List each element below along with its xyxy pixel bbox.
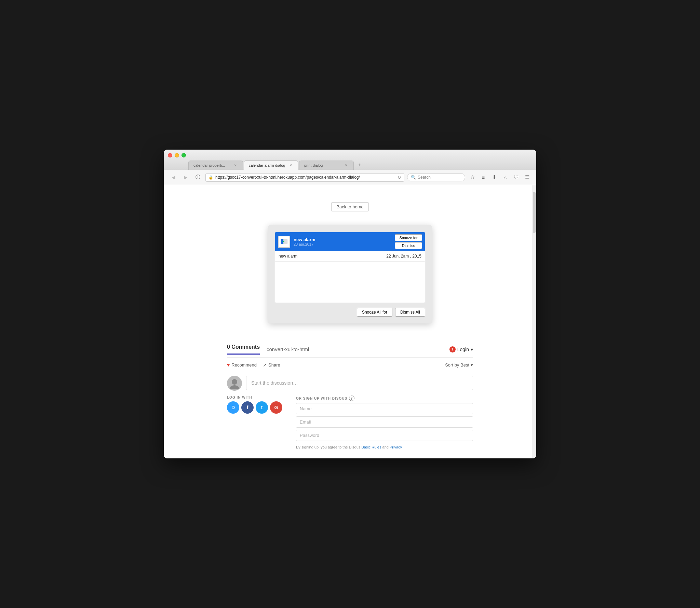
search-placeholder: Search <box>418 175 431 180</box>
recommend-label: Recommend <box>231 362 257 368</box>
tab-label: calendar-alarm-dialog <box>249 163 285 167</box>
terms-text: By signing up, you agree to the Disqus B… <box>296 445 473 449</box>
alarm-dialog: new alarm 23 apr,2017 Snooze for Dismiss… <box>268 225 432 323</box>
comments-count: 0 Comments <box>227 344 260 355</box>
nav-icons: ☆ ≡ ⬇ ⌂ 🛡 ☰ <box>468 173 531 182</box>
svg-point-3 <box>232 379 237 385</box>
share-icon: ↗ <box>263 362 267 368</box>
tabs-row: calendar-properti... ✕ calendar-alarm-di… <box>188 160 532 170</box>
social-icons: D f t G <box>227 401 282 414</box>
name-input[interactable] <box>296 403 473 414</box>
twitter-login-button[interactable]: t <box>256 401 268 414</box>
scrollbar[interactable] <box>532 185 536 458</box>
snooze-button[interactable]: Snooze for <box>395 234 422 241</box>
tab-close-icon[interactable]: ✕ <box>288 163 293 168</box>
email-input[interactable] <box>296 416 473 428</box>
alarm-datetime: 22 Jun, 2am , 2015 <box>386 254 421 259</box>
discussion-input[interactable]: Start the discussion… <box>246 376 473 390</box>
title-bar: calendar-properti... ✕ calendar-alarm-di… <box>164 150 536 170</box>
comments-toolbar: ♥ Recommend ↗ Share Sort by Best ▾ <box>227 362 473 370</box>
home-icon[interactable]: ⌂ <box>501 173 510 182</box>
star-icon[interactable]: ☆ <box>468 173 477 182</box>
content-area: Back to home new alarm 23 apr,2017 <box>164 185 536 458</box>
comments-header: 0 Comments convert-xul-to-html 1 Login ▾ <box>227 344 473 358</box>
sort-chevron-icon: ▾ <box>471 362 473 368</box>
download-icon[interactable]: ⬇ <box>490 173 499 182</box>
facebook-login-button[interactable]: f <box>241 401 254 414</box>
tab-close-icon[interactable]: ✕ <box>233 163 238 168</box>
traffic-lights <box>168 153 532 157</box>
google-login-button[interactable]: G <box>270 401 282 414</box>
avatar <box>227 376 242 391</box>
address-bar[interactable]: 🔒 https://gsoc17-convert-xul-to-html.her… <box>205 173 404 182</box>
dialog-footer: Snooze All for Dismiss All <box>275 308 425 317</box>
sign-up-label-text: OR SIGN UP WITH DISQUS <box>296 397 347 400</box>
snooze-all-button[interactable]: Snooze All for <box>357 308 392 317</box>
privacy-link[interactable]: Privacy <box>390 445 402 449</box>
tab-calendar-properties[interactable]: calendar-properti... ✕ <box>188 161 243 170</box>
tab-close-icon[interactable]: ✕ <box>344 163 349 168</box>
alarm-list: new alarm 23 apr,2017 Snooze for Dismiss… <box>275 232 425 303</box>
dismiss-button[interactable]: Dismiss <box>395 242 422 249</box>
basic-rules-link[interactable]: Basic Rules <box>361 445 381 449</box>
forward-button[interactable]: ▶ <box>181 172 190 182</box>
sign-up-section: OR SIGN UP WITH DISQUS ? By signing up, … <box>296 396 473 449</box>
back-button[interactable]: ◀ <box>169 172 178 182</box>
share-button[interactable]: ↗ Share <box>263 362 280 368</box>
login-badge: 1 <box>449 346 456 353</box>
sort-button[interactable]: Sort by Best ▾ <box>445 362 473 368</box>
new-tab-button[interactable]: + <box>354 160 364 170</box>
minimize-button[interactable] <box>175 153 179 157</box>
tab-label: print-dialog <box>304 163 323 167</box>
url-text: https://gsoc17-convert-xul-to-html.herok… <box>215 175 395 180</box>
alarm-action-buttons: Snooze for Dismiss <box>395 234 422 249</box>
alarm-name: new alarm <box>294 237 395 242</box>
nav-bar: ◀ ▶ ⓘ 🔒 https://gsoc17-convert-xul-to-ht… <box>164 170 536 185</box>
info-button[interactable]: ⓘ <box>193 172 203 182</box>
reader-icon[interactable]: ≡ <box>479 173 488 182</box>
back-home-link[interactable]: Back to home <box>331 202 369 211</box>
svg-point-4 <box>230 385 239 389</box>
scrollbar-thumb <box>533 192 536 233</box>
sign-up-label: OR SIGN UP WITH DISQUS ? <box>296 396 473 401</box>
menu-icon[interactable]: ☰ <box>523 173 531 182</box>
discussion-row: Start the discussion… <box>227 376 473 391</box>
alarm-header-row: new alarm 23 apr,2017 Snooze for Dismiss <box>275 232 425 251</box>
login-chevron-icon: ▾ <box>471 347 473 352</box>
disqus-login-button[interactable]: D <box>227 401 239 414</box>
browser-window: calendar-properti... ✕ calendar-alarm-di… <box>164 150 536 458</box>
lock-icon: 🔒 <box>208 175 213 180</box>
heart-icon: ♥ <box>227 362 230 368</box>
recommend-button[interactable]: ♥ Recommend <box>227 362 257 368</box>
reload-icon[interactable]: ↻ <box>398 175 401 180</box>
close-button[interactable] <box>168 153 172 157</box>
tab-print-dialog[interactable]: print-dialog ✕ <box>299 161 354 170</box>
alarm-details: new alarm 22 Jun, 2am , 2015 <box>275 251 425 262</box>
info-icon: ⓘ <box>196 174 200 180</box>
maximize-button[interactable] <box>181 153 186 157</box>
back-icon: ◀ <box>172 175 175 180</box>
login-button[interactable]: 1 Login ▾ <box>449 346 473 353</box>
alarm-body <box>275 262 425 303</box>
login-label: Login <box>457 347 469 352</box>
share-label: Share <box>268 362 280 368</box>
log-in-with: LOG IN WITH D f t G <box>227 396 282 449</box>
shield-icon[interactable]: 🛡 <box>512 173 521 182</box>
login-section: LOG IN WITH D f t G OR SIGN UP WITH DISQ… <box>227 396 473 449</box>
tab-label: calendar-properti... <box>193 163 225 167</box>
forward-icon: ▶ <box>184 175 188 180</box>
password-input[interactable] <box>296 430 473 441</box>
tab-calendar-alarm[interactable]: calendar-alarm-dialog ✕ <box>244 161 298 170</box>
alarm-date: 23 apr,2017 <box>294 242 395 246</box>
alarm-icon <box>278 236 290 248</box>
dismiss-all-button[interactable]: Dismiss All <box>395 308 425 317</box>
sort-label: Sort by Best <box>445 362 469 368</box>
log-in-label: LOG IN WITH <box>227 396 282 399</box>
help-icon[interactable]: ? <box>349 396 354 401</box>
sign-up-fields <box>296 403 473 441</box>
comments-section: 0 Comments convert-xul-to-html 1 Login ▾… <box>227 344 473 449</box>
alarm-info: new alarm 23 apr,2017 <box>294 237 395 246</box>
comments-site: convert-xul-to-html <box>267 346 309 352</box>
search-icon: 🔍 <box>411 175 416 180</box>
search-bar[interactable]: 🔍 Search <box>407 173 465 181</box>
